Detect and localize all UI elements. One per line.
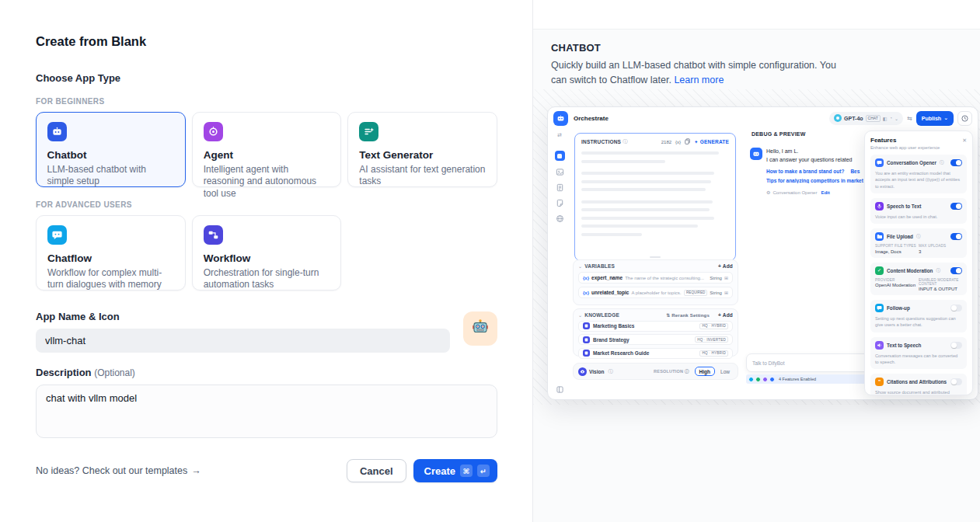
variable-row[interactable]: {x} expert_name The name of the strategi… (578, 272, 733, 284)
app-name-input[interactable] (36, 329, 450, 353)
vision-row: Vision ⓘ RESOLUTION ⓘ High Low (573, 363, 738, 380)
feature-desc: Voice input can be used in chat. (875, 214, 962, 220)
feature-kv-key: SUPPORT FILE TYPES (875, 244, 919, 248)
feature-kv-key: ENABLED MODERATE CONTENT (919, 278, 962, 286)
learn-more-link[interactable]: Learn more (674, 75, 724, 85)
suggested-question[interactable]: Tips for analyzing competitors in market (766, 178, 863, 183)
description-label-text: Description (36, 367, 92, 378)
feature-title: Content Moderation (887, 268, 933, 273)
generate-button[interactable]: ✦ GENERATE (694, 139, 729, 145)
features-enabled-bar[interactable]: 4 Features Enabled (746, 374, 878, 384)
variable-settings-icon[interactable]: ⊞ (724, 275, 728, 280)
close-icon[interactable]: ✕ (962, 137, 967, 144)
chatbot-preview-mock: Orchestrate GPT-4o CHAT ◧ ◔ ⌄ ⇆ Publish … (547, 106, 978, 400)
toggle[interactable] (950, 203, 962, 210)
add-knowledge-button[interactable]: + Add (718, 312, 733, 318)
create-button[interactable]: Create ⌘ ↵ (413, 459, 497, 482)
vision-label: Vision (589, 369, 604, 374)
feature-kv-value: 3 (919, 249, 962, 254)
copy-icon[interactable] (685, 138, 690, 145)
image-icon[interactable] (556, 168, 564, 176)
rerank-label: Rerank Settings (671, 313, 710, 318)
app-type-card-chatflow[interactable]: Chatflow Workflow for complex multi-turn… (36, 215, 186, 291)
microphone-icon (875, 202, 884, 211)
advanced-app-type-cards: Chatflow Workflow for complex multi-turn… (36, 215, 497, 291)
history-icon-button[interactable] (957, 111, 972, 126)
variable-settings-icon[interactable]: ⊞ (724, 290, 728, 295)
toggle[interactable] (950, 378, 962, 385)
orchestrate-tab-icon[interactable] (555, 151, 565, 161)
chatflow-icon (47, 225, 67, 245)
app-icon-button[interactable] (463, 311, 497, 346)
feature-card-follow-up: Follow-up Setting up next questions sugg… (870, 300, 967, 332)
modal-title: Create from Blank (36, 34, 497, 49)
chevron-down-icon[interactable]: ⌄ (578, 312, 582, 318)
templates-link-text: No ideas? Check out our templates (36, 465, 187, 476)
toggle[interactable] (950, 342, 962, 349)
toggle[interactable] (950, 233, 962, 240)
footer-buttons: Cancel Create ⌘ ↵ (347, 459, 497, 482)
preview-description: Quickly build an LLM-based chatbot with … (551, 58, 840, 89)
model-selector[interactable]: GPT-4o CHAT ◧ ◔ ⌄ (829, 112, 903, 125)
feature-dot-speech-icon (762, 377, 768, 382)
cancel-button[interactable]: Cancel (347, 459, 406, 482)
feature-card-speech-to-text: Speech to Text Voice input can be used i… (870, 198, 967, 224)
chevron-down-icon: ⌄ (895, 116, 898, 121)
exchange-icon[interactable]: ⇄ (557, 132, 562, 138)
chevron-down-icon[interactable]: ⌄ (578, 263, 582, 269)
feature-dot-upload-icon (769, 377, 775, 382)
variable-row[interactable]: {x} unrelated_topic A placeholder for to… (578, 287, 733, 298)
info-icon: ⓘ (936, 268, 940, 273)
feature-card-content-moderation: ✓ Content Moderation ⓘ PROVIDER OpenAI M… (870, 263, 967, 296)
toggle[interactable] (950, 267, 962, 274)
app-type-card-text-generator[interactable]: Text Generator AI assistant for text gen… (347, 112, 497, 187)
knowledge-row[interactable]: Market Research Guide HQ · HYBRID (578, 348, 733, 359)
app-type-card-workflow[interactable]: Workflow Orchestration for single-turn a… (192, 215, 342, 291)
greeting-line-2: I can answer your questions related (766, 157, 853, 162)
variable-token-icon[interactable]: {x} (675, 140, 681, 144)
feature-title: Text to Speech (887, 343, 921, 348)
knowledge-row[interactable]: Brand Strategy HQ · INVERTED (578, 334, 733, 345)
app-type-card-chatbot[interactable]: Chatbot LLM-based chatbot with simple se… (36, 112, 186, 187)
app-name-section: App Name & Icon (36, 311, 497, 353)
card-desc: Intelligent agent with reasoning and aut… (204, 164, 330, 200)
resolution-low-option[interactable]: Low (717, 367, 733, 375)
info-icon: ⓘ (916, 234, 921, 239)
app-type-card-agent[interactable]: Agent Intelligent agent with reasoning a… (192, 112, 342, 187)
description-textarea[interactable]: chat with vllm model (36, 385, 497, 438)
info-icon: ⓘ (623, 138, 627, 145)
rerank-settings-button[interactable]: ⇅ Rerank Settings (666, 312, 710, 318)
preview-header: CHATBOT Quickly build an LLM-based chatb… (533, 30, 980, 89)
variable-desc: The name of the strategic consulting... (625, 276, 707, 280)
knowledge-row[interactable]: Marketing Basics HQ · HYBRID (578, 321, 733, 332)
resize-handle[interactable] (650, 256, 661, 258)
card-desc: Orchestration for single-turn automation… (204, 267, 330, 291)
publish-button[interactable]: Publish ⌄ (916, 111, 954, 126)
feature-card-text-to-speech: Text to Speech Conversation messages can… (870, 337, 967, 370)
features-title: Features (870, 137, 896, 144)
tune-icon[interactable]: ⇆ (907, 115, 912, 122)
edit-link[interactable]: Edit (821, 190, 829, 195)
instructions-label: INSTRUCTIONS (581, 139, 621, 144)
globe-icon[interactable] (556, 214, 564, 223)
feature-desc: Setting up next questions suggestion can… (875, 315, 962, 329)
add-variable-button[interactable]: + Add (718, 263, 733, 269)
feature-card-citations: ” Citations and Attributions Show source… (870, 374, 967, 395)
choose-app-type-label: Choose App Type (36, 72, 497, 84)
suggested-question[interactable]: How to make a brand stand out? (766, 169, 844, 174)
variable-type: String (710, 276, 722, 280)
collapse-panel-icon[interactable] (556, 386, 563, 393)
templates-link[interactable]: No ideas? Check out our templates → (36, 465, 201, 476)
feature-kv-value: OpenAI Moderation (875, 283, 919, 287)
bot-greeting-message: Hello, I am L. I can answer your questio… (750, 148, 868, 195)
note-icon[interactable] (556, 199, 564, 207)
document-icon[interactable] (556, 183, 564, 192)
toggle[interactable] (950, 304, 962, 311)
resolution-high-option[interactable]: High (695, 367, 715, 376)
features-subtitle: Enhance web app user experience (870, 145, 967, 150)
chat-input[interactable]: Talk to DifyBot (746, 353, 878, 372)
toggle[interactable] (950, 159, 962, 166)
preview-pane: CHATBOT Quickly build an LLM-based chatb… (532, 0, 980, 522)
conversation-opener-row: ⚙ Conversation Opener Edit (766, 190, 863, 195)
suggested-question[interactable]: Bes (850, 169, 860, 174)
